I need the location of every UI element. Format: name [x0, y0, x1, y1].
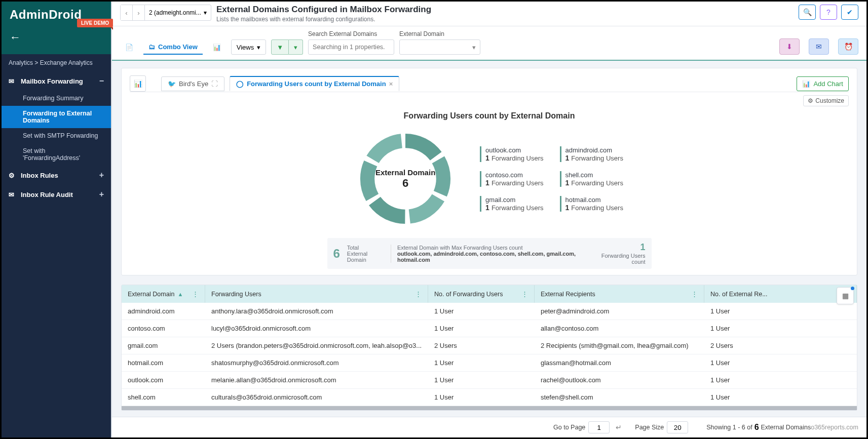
legend-item: admindroid.com1Forwarding Users [560, 146, 623, 162]
close-icon[interactable]: × [389, 80, 393, 88]
sidebar-section-inbox-rules[interactable]: ⚙Inbox Rules + [2, 166, 111, 185]
page-selector: ‹ › 2 (admeight.onmi...▾ [120, 5, 211, 21]
col-menu-icon[interactable]: ⋮ [415, 290, 422, 298]
cell-domain: hotmail.com [122, 354, 205, 371]
tab-forwarding-users[interactable]: ◯Forwarding Users count by External Doma… [230, 76, 399, 91]
table-row[interactable]: gmail.com 2 Users (brandon.peters@o365dr… [122, 337, 857, 354]
cell-domain: contoso.com [122, 320, 205, 337]
goto-label: Go to Page [553, 424, 585, 431]
schedule-icon[interactable]: ⏰ [838, 38, 858, 55]
breadcrumb[interactable]: Analytics > Exchange Analytics [2, 54, 111, 71]
toolbar: 📄 🗂Combo View 📊 Views ▾ ▼ ▾ Search Exter… [112, 26, 866, 61]
chevron-down-icon: ▾ [472, 44, 476, 51]
help-icon[interactable]: ? [820, 5, 837, 20]
search-icon[interactable]: 🔍 [799, 5, 816, 20]
cell-external-recipients: glassman@hotmail.com [535, 354, 704, 371]
cell-domain: gmail.com [122, 337, 205, 354]
combo-view-button[interactable]: 🗂Combo View [143, 39, 203, 55]
add-chart-button[interactable]: 📊Add Chart [797, 76, 849, 91]
page-header: ‹ › 2 (admeight.onmi...▾ External Domain… [112, 2, 866, 26]
expand-icon: ⛶ [211, 80, 218, 88]
page-title: External Domains Configured in Mailbox F… [216, 5, 431, 15]
views-dropdown[interactable]: Views ▾ [231, 39, 266, 55]
tenant-label: 2 (admeight.onmi... [149, 9, 201, 16]
ext-domain-label: External Domain [399, 30, 480, 37]
filter-button[interactable]: ▼ [271, 39, 289, 55]
table-row[interactable]: hotmail.com shatosmurphy@o365droid.onmic… [122, 354, 857, 372]
customize-button[interactable]: ⚙Customize [803, 95, 849, 106]
col-menu-icon[interactable]: ⋮ [521, 290, 528, 298]
table-row[interactable]: admindroid.com anthony.lara@o365droid.on… [122, 303, 857, 320]
horizontal-scrollbar[interactable] [122, 406, 857, 410]
col-menu-icon[interactable]: ⋮ [691, 290, 698, 298]
sidebar-section-label: Inbox Rule Audit [21, 191, 73, 198]
filter-more-button[interactable]: ▾ [289, 39, 303, 55]
cell-domain: shell.com [122, 389, 205, 406]
next-page-button[interactable]: › [133, 5, 145, 20]
cell-no-forwarding-users: 2 Users [428, 337, 535, 354]
ring-icon: ◯ [236, 80, 244, 88]
sidebar-item-forwarding-summary[interactable]: Forwarding Summary [2, 91, 111, 106]
chevron-down-icon: ▾ [204, 9, 207, 16]
column-picker-button[interactable]: ▦ [837, 287, 854, 304]
table-row[interactable]: shell.com culturals@o365droid.onmicrosof… [122, 389, 857, 406]
tenant-dropdown[interactable]: 2 (admeight.onmi...▾ [145, 5, 211, 20]
expand-icon: + [99, 190, 104, 199]
goto-page-input[interactable] [588, 421, 610, 433]
col-header-no-forwarding-users[interactable]: No. of Forwarding Users⋮ [428, 285, 535, 303]
search-input[interactable] [308, 39, 394, 55]
cell-forwarding-users: melanie.allan@o365droid.onmicrosoft.com [205, 372, 428, 388]
cell-no-external-recipients: 1 User [704, 389, 857, 406]
email-icon[interactable]: ✉ [809, 38, 829, 55]
col-header-external-domain[interactable]: External Domain▲⋮ [122, 285, 205, 303]
table-card: ▦ External Domain▲⋮ Forwarding Users⋮ No… [121, 285, 857, 411]
sidebar-item-forwarding-external[interactable]: Forwarding to External Domains [2, 106, 111, 128]
page-size-input[interactable] [667, 421, 688, 433]
goto-button[interactable]: ↵ [616, 423, 622, 431]
rules-icon: ⚙ [9, 172, 17, 179]
brand-header: AdminDroid LIVE DEMO [2, 2, 111, 31]
donut-center-label: External Domain [375, 168, 435, 177]
watermark: o365reports.com [811, 424, 858, 431]
col-header-no-external-recipients[interactable]: No. of External Re...⋮ [704, 285, 857, 303]
sidebar-section-label: Inbox Rules [21, 172, 58, 179]
cell-no-external-recipients: 1 User [704, 303, 857, 320]
plus-icon: 📊 [802, 80, 810, 88]
bar-chart-icon[interactable]: 📊 [130, 75, 146, 92]
search-label: Search External Domains [308, 30, 394, 37]
sidebar-item-smtp-forwarding[interactable]: Set with SMTP Forwarding [2, 128, 111, 143]
table-row[interactable]: outlook.com melanie.allan@o365droid.onmi… [122, 372, 857, 389]
check-icon[interactable]: ✔ [841, 5, 858, 20]
cell-external-recipients: 2 Recipients (smith@gmail.com, lhea@gmai… [535, 337, 704, 354]
sidebar-item-forwarding-address[interactable]: Set with 'ForwardingAddress' [2, 143, 111, 166]
tab-birds-eye[interactable]: 🐦Bird's Eye⛶ [161, 76, 224, 91]
pagination-footer: Go to Page ↵ Page Size Showing 1 - 6 of … [112, 417, 866, 437]
sidebar-section-mailbox-forwarding[interactable]: ✉Mailbox Forwarding − [2, 71, 111, 91]
col-header-forwarding-users[interactable]: Forwarding Users⋮ [205, 285, 428, 303]
combo-icon: 🗂 [148, 43, 155, 51]
page-size-label: Page Size [635, 424, 664, 431]
chart-only-button[interactable]: 📊 [208, 39, 226, 55]
col-header-external-recipients[interactable]: External Recipients⋮ [535, 285, 704, 303]
sidebar-section-inbox-rule-audit[interactable]: ✉Inbox Rule Audit + [2, 185, 111, 204]
ext-domain-dropdown[interactable]: ▾ [399, 39, 480, 55]
cell-no-external-recipients: 2 Users [704, 337, 857, 354]
doc-icon[interactable]: 📄 [120, 39, 138, 55]
audit-icon: ✉ [9, 191, 17, 198]
col-menu-icon[interactable]: ⋮ [192, 290, 199, 298]
cell-domain: admindroid.com [122, 303, 205, 320]
table-row[interactable]: contoso.com lucyl@o365droid.onmicrosoft.… [122, 320, 857, 337]
download-icon[interactable]: ⬇ [779, 38, 800, 55]
sort-asc-icon: ▲ [177, 291, 183, 297]
chart-summary: 6 TotalExternal Domain External Domain w… [327, 238, 652, 269]
summary-total: 6 [333, 247, 340, 261]
expand-icon: + [99, 171, 104, 180]
back-arrow-icon[interactable]: ← [10, 31, 21, 44]
cell-no-external-recipients: 1 User [704, 372, 857, 388]
prev-page-button[interactable]: ‹ [121, 5, 133, 20]
cell-external-recipients: rachel@outlook.com [535, 372, 704, 388]
cell-domain: outlook.com [122, 372, 205, 388]
table-head: External Domain▲⋮ Forwarding Users⋮ No. … [122, 285, 857, 303]
views-label: Views [237, 44, 254, 51]
cell-forwarding-users: 2 Users (brandon.peters@o365droid.onmicr… [205, 337, 428, 354]
